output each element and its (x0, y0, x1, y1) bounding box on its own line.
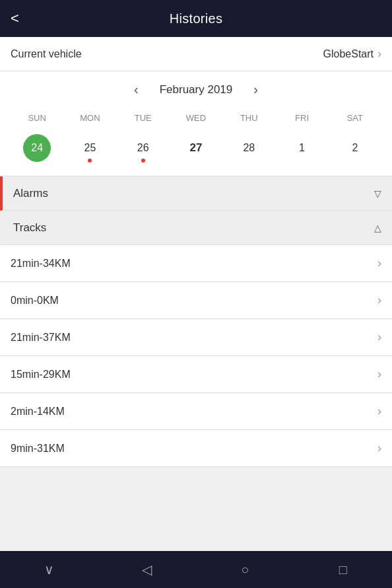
calendar-day-25[interactable]: 25 (63, 131, 116, 165)
day-number-28: 28 (235, 134, 263, 162)
calendar-next-button[interactable]: › (248, 79, 263, 100)
track-item-2[interactable]: 21min-37KM› (0, 319, 392, 356)
day-number-2: 2 (341, 134, 369, 162)
day-number-25: 25 (76, 134, 104, 162)
bottom-nav: ∨ ◁ ○ □ (0, 551, 392, 588)
day-name-sat: SAT (329, 110, 381, 126)
nav-recents-icon[interactable]: □ (327, 554, 359, 585)
day-name-tue: TUE (117, 110, 170, 126)
track-item-1[interactable]: 0min-0KM› (0, 282, 392, 319)
calendar-section: ‹ February 2019 › SUN MON TUE WED THU FR… (0, 71, 392, 176)
back-button[interactable]: < (11, 10, 19, 27)
track-item-chevron-3: › (377, 367, 381, 381)
track-item-chevron-5: › (377, 441, 381, 455)
calendar-day-1[interactable]: 1 (275, 131, 328, 165)
tracks-toggle-icon: △ (374, 223, 381, 233)
nav-down-icon[interactable]: ∨ (33, 554, 65, 585)
track-item-3[interactable]: 15min-29KM› (0, 356, 392, 393)
tracks-list: 21min-34KM›0min-0KM›21min-37KM›15min-29K… (0, 245, 392, 467)
alarms-section-header[interactable]: Alarms ▽ (0, 176, 392, 211)
calendar-day-2[interactable]: 2 (329, 131, 381, 165)
dot-indicator-26 (141, 159, 145, 163)
nav-back-icon[interactable]: ◁ (131, 554, 163, 585)
track-item-label-4: 2min-14KM (11, 406, 65, 418)
tracks-section-header[interactable]: Tracks △ (0, 211, 392, 245)
calendar-days-row: 242526272812 (11, 131, 381, 165)
page-title: Histories (170, 11, 223, 26)
vehicle-selector[interactable]: GlobeStart › (323, 47, 381, 61)
track-item-chevron-2: › (377, 330, 381, 344)
tracks-title: Tracks (13, 221, 46, 235)
calendar-nav: ‹ February 2019 › (11, 79, 381, 100)
track-item-label-2: 21min-37KM (11, 332, 71, 344)
track-item-0[interactable]: 21min-34KM› (0, 245, 392, 282)
day-name-mon: MON (63, 110, 116, 126)
track-item-label-3: 15min-29KM (11, 369, 71, 381)
vehicle-value: GlobeStart (323, 48, 374, 60)
track-item-label-0: 21min-34KM (11, 258, 71, 270)
alarms-toggle-icon: ▽ (374, 188, 381, 199)
day-name-sun: SUN (11, 110, 63, 126)
track-item-label-1: 0min-0KM (11, 295, 59, 307)
calendar-day-27[interactable]: 27 (170, 131, 222, 165)
track-item-chevron-0: › (377, 256, 381, 270)
calendar-prev-button[interactable]: ‹ (129, 79, 144, 100)
day-number-26: 26 (129, 134, 157, 162)
day-number-24: 24 (23, 134, 51, 162)
track-item-4[interactable]: 2min-14KM› (0, 393, 392, 430)
app-header: < Histories (0, 0, 392, 37)
track-item-chevron-4: › (377, 404, 381, 418)
track-item-label-5: 9min-31KM (11, 443, 65, 455)
day-number-1: 1 (288, 134, 316, 162)
calendar-day-24[interactable]: 24 (11, 131, 63, 165)
vehicle-chevron-icon: › (377, 47, 381, 61)
day-name-fri: FRI (275, 110, 328, 126)
calendar-day-28[interactable]: 28 (222, 131, 275, 165)
vehicle-label: Current vehicle (11, 48, 82, 60)
vehicle-bar: Current vehicle GlobeStart › (0, 37, 392, 71)
dot-indicator-25 (88, 159, 92, 163)
alarms-title: Alarms (13, 187, 48, 200)
nav-home-icon[interactable]: ○ (229, 554, 261, 585)
calendar-month-label: February 2019 (160, 83, 233, 96)
calendar-day-names: SUN MON TUE WED THU FRI SAT (11, 110, 381, 126)
calendar-day-26[interactable]: 26 (117, 131, 170, 165)
track-item-chevron-1: › (377, 293, 381, 307)
day-number-27: 27 (182, 134, 210, 162)
day-name-wed: WED (170, 110, 222, 126)
day-name-thu: THU (222, 110, 275, 126)
track-item-5[interactable]: 9min-31KM› (0, 430, 392, 467)
